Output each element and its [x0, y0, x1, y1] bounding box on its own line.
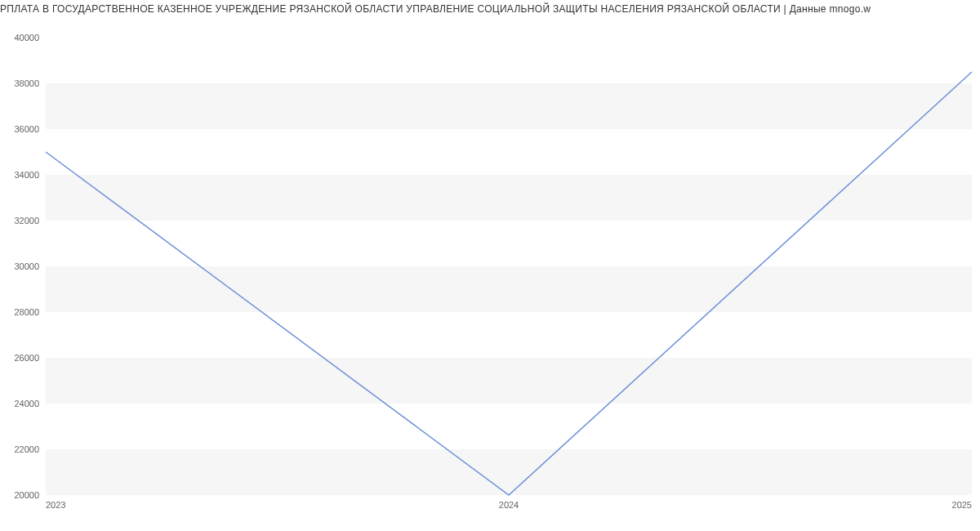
x-tick-label: 2025 [952, 495, 972, 510]
y-tick-label: 28000 [14, 307, 46, 317]
plot-region: 2000022000240002600028000300003200034000… [46, 38, 972, 495]
y-tick-label: 20000 [14, 490, 46, 500]
y-tick-label: 26000 [14, 353, 46, 363]
y-tick-label: 30000 [14, 261, 46, 271]
x-tick-label: 2024 [499, 495, 519, 510]
y-tick-label: 36000 [14, 124, 46, 134]
y-tick-label: 24000 [14, 399, 46, 408]
line-series [46, 38, 972, 495]
y-tick-label: 22000 [14, 444, 46, 454]
chart-area: 2000022000240002600028000300003200034000… [0, 21, 980, 528]
chart-title: РПЛАТА В ГОСУДАРСТВЕННОЕ КАЗЕННОЕ УЧРЕЖД… [0, 0, 980, 21]
y-tick-label: 40000 [14, 33, 46, 42]
y-tick-label: 34000 [14, 170, 46, 180]
y-tick-label: 32000 [14, 216, 46, 225]
y-tick-label: 38000 [14, 78, 46, 88]
x-tick-label: 2023 [46, 495, 65, 510]
